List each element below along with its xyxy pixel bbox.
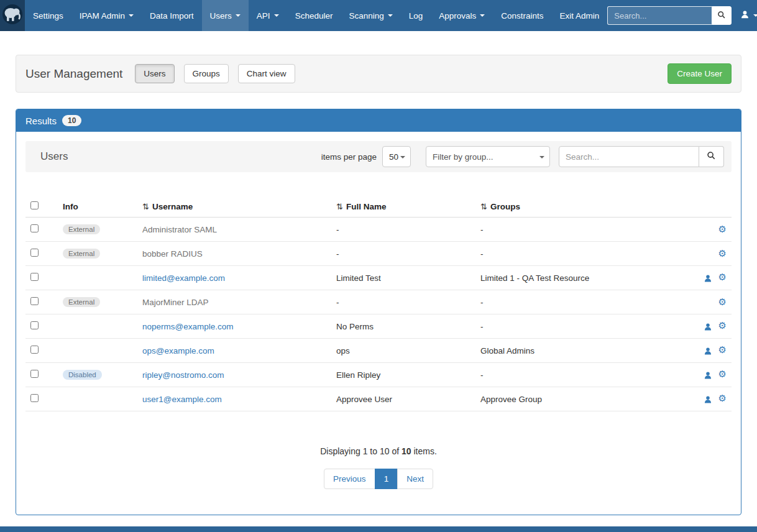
username-link[interactable]: ripley@nostromo.com bbox=[142, 370, 224, 380]
row-checkbox[interactable] bbox=[30, 346, 39, 354]
nav-item-scanning[interactable]: Scanning bbox=[341, 0, 400, 31]
column-label: Groups bbox=[490, 202, 520, 211]
items-per-page-select[interactable]: 50 bbox=[382, 146, 411, 167]
chevron-down-icon bbox=[539, 156, 544, 158]
table-row: Disabledripley@nostromo.comEllen Ripley-… bbox=[25, 363, 732, 387]
sort-icon: ⇅ bbox=[480, 202, 487, 211]
chevron-down-icon bbox=[400, 156, 405, 158]
nav-item-scheduler[interactable]: Scheduler bbox=[287, 0, 341, 31]
pagination-next[interactable]: Next bbox=[397, 469, 433, 489]
user-menu-button[interactable] bbox=[740, 10, 757, 22]
nav-item-log[interactable]: Log bbox=[401, 0, 431, 31]
row-checkbox[interactable] bbox=[30, 273, 39, 281]
groups-cell: - bbox=[475, 290, 676, 314]
results-summary: Displaying 1 to 10 of 10 items. bbox=[25, 446, 732, 456]
gear-icon[interactable]: ⚙ bbox=[718, 370, 727, 378]
create-user-button[interactable]: Create User bbox=[668, 63, 732, 84]
row-checkbox[interactable] bbox=[30, 224, 39, 232]
view-button-chart-view[interactable]: Chart view bbox=[238, 64, 295, 83]
gear-icon[interactable]: ⚙ bbox=[718, 394, 727, 403]
user-icon[interactable] bbox=[704, 394, 712, 403]
row-checkbox[interactable] bbox=[30, 394, 39, 402]
nav-item-ipam-admin[interactable]: IPAM Admin bbox=[71, 0, 142, 31]
groups-cell: - bbox=[475, 218, 676, 242]
page-title: User Management bbox=[25, 67, 122, 81]
groups-cell: - bbox=[475, 363, 676, 387]
username-text: Administrator SAML bbox=[142, 225, 217, 234]
gear-icon[interactable]: ⚙ bbox=[718, 249, 727, 258]
column-header-username[interactable]: ⇅Username bbox=[137, 196, 331, 218]
table-search-button[interactable] bbox=[699, 146, 724, 167]
full-name-cell: No Perms bbox=[331, 314, 475, 339]
navbar-search-input[interactable] bbox=[607, 6, 712, 25]
full-name-cell: Approvee User bbox=[331, 387, 475, 411]
pagination-page-1[interactable]: 1 bbox=[375, 469, 398, 489]
nav-item-label: Approvals bbox=[439, 11, 476, 21]
user-icon[interactable] bbox=[704, 370, 712, 379]
navbar-items: SettingsIPAM AdminData ImportUsersAPISch… bbox=[25, 0, 607, 31]
chevron-down-icon bbox=[129, 14, 134, 17]
info-badge: External bbox=[63, 249, 100, 259]
username-link[interactable]: noperms@example.com bbox=[142, 322, 234, 331]
summary-total: 10 bbox=[401, 446, 411, 456]
groups-cell: - bbox=[475, 242, 676, 266]
results-title: Results bbox=[25, 116, 57, 126]
results-panel-heading: Results 10 bbox=[16, 109, 741, 132]
column-header-groups[interactable]: ⇅Groups bbox=[475, 196, 676, 218]
user-icon[interactable] bbox=[704, 273, 712, 282]
sort-icon: ⇅ bbox=[336, 202, 343, 211]
gear-icon[interactable]: ⚙ bbox=[718, 346, 727, 354]
view-button-groups[interactable]: Groups bbox=[184, 64, 229, 83]
chevron-down-icon bbox=[236, 14, 241, 17]
navbar-search-button[interactable] bbox=[712, 6, 732, 25]
row-checkbox[interactable] bbox=[30, 249, 39, 257]
info-badge: External bbox=[63, 297, 100, 307]
nav-item-label: Constraints bbox=[501, 11, 543, 21]
column-header-full-name[interactable]: ⇅Full Name bbox=[331, 196, 475, 218]
gear-icon[interactable]: ⚙ bbox=[718, 225, 727, 234]
users-table: Info ⇅Username ⇅Full Name ⇅Groups Extern… bbox=[25, 196, 732, 411]
navbar: SettingsIPAM AdminData ImportUsersAPISch… bbox=[0, 0, 757, 31]
full-name-cell: Ellen Ripley bbox=[331, 363, 475, 387]
row-checkbox[interactable] bbox=[30, 297, 39, 305]
groups-cell: Global Admins bbox=[475, 339, 676, 363]
nav-item-label: Settings bbox=[33, 11, 63, 21]
username-text: bobber RADIUS bbox=[142, 249, 203, 259]
username-text: MajorMiner LDAP bbox=[142, 298, 209, 307]
mammoth-logo-icon bbox=[0, 4, 25, 27]
chevron-down-icon bbox=[753, 14, 757, 17]
select-all-checkbox[interactable] bbox=[30, 201, 39, 209]
nav-item-exit-admin[interactable]: Exit Admin bbox=[552, 0, 608, 31]
search-icon bbox=[717, 11, 726, 21]
chevron-down-icon bbox=[480, 14, 485, 17]
table-title: Users bbox=[40, 150, 68, 163]
gear-icon[interactable]: ⚙ bbox=[718, 321, 727, 330]
nav-item-constraints[interactable]: Constraints bbox=[493, 0, 551, 31]
username-link[interactable]: user1@example.com bbox=[142, 395, 222, 404]
username-link[interactable]: ops@example.com bbox=[142, 346, 214, 355]
table-row: ExternalMajorMiner LDAP--⚙ bbox=[25, 290, 732, 314]
nav-item-approvals[interactable]: Approvals bbox=[431, 0, 493, 31]
nav-item-api[interactable]: API bbox=[249, 0, 287, 31]
username-link[interactable]: limited@example.com bbox=[142, 273, 225, 283]
table-search-input[interactable] bbox=[559, 146, 699, 167]
nav-item-settings[interactable]: Settings bbox=[25, 0, 71, 31]
nav-item-data-import[interactable]: Data Import bbox=[142, 0, 202, 31]
view-button-users[interactable]: Users bbox=[135, 64, 174, 83]
nav-item-users[interactable]: Users bbox=[202, 0, 249, 31]
nav-item-label: Data Import bbox=[150, 11, 194, 21]
row-checkbox[interactable] bbox=[30, 321, 39, 329]
group-filter-select[interactable]: Filter by group... bbox=[426, 146, 550, 167]
row-checkbox[interactable] bbox=[30, 370, 39, 378]
user-icon[interactable] bbox=[704, 346, 712, 355]
full-name-cell: - bbox=[331, 290, 475, 314]
navbar-search bbox=[607, 6, 732, 25]
user-icon[interactable] bbox=[704, 321, 712, 331]
table-row: ExternalAdministrator SAML--⚙ bbox=[25, 218, 732, 242]
summary-prefix: Displaying 1 to 10 of bbox=[320, 446, 401, 456]
pagination-previous[interactable]: Previous bbox=[324, 469, 375, 489]
nav-item-label: IPAM Admin bbox=[80, 11, 125, 21]
gear-icon[interactable]: ⚙ bbox=[718, 273, 727, 282]
gear-icon[interactable]: ⚙ bbox=[718, 298, 727, 306]
app-logo[interactable] bbox=[0, 0, 25, 31]
